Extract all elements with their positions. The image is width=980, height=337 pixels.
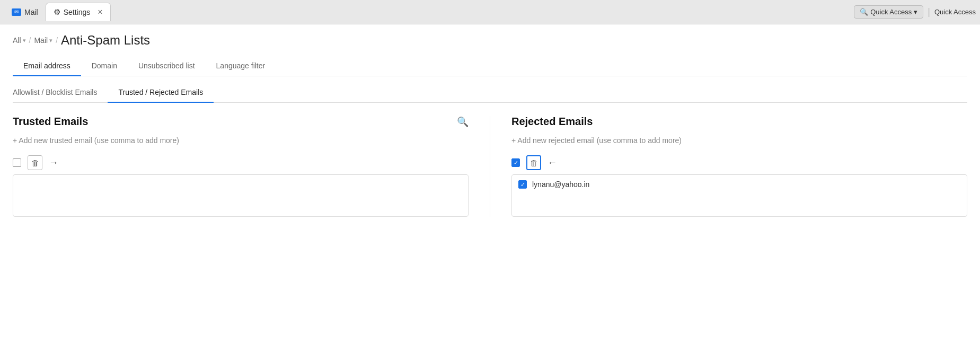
mail-icon	[12, 8, 21, 16]
tab-allowlist-blocklist[interactable]: Allowlist / Blocklist Emails	[13, 83, 108, 103]
trusted-add-new-label: + Add new trusted email (use comma to ad…	[13, 136, 179, 145]
trusted-emails-list	[13, 174, 469, 217]
settings-gear-icon: ⚙	[54, 7, 60, 17]
list-item: ✓ lynanu@yahoo.in	[512, 175, 967, 194]
quick-access-btn-label: Quick Access	[870, 8, 912, 16]
trusted-panel-header: Trusted Emails 🔍	[13, 116, 469, 128]
chevron-down-icon: ▾	[914, 8, 917, 16]
breadcrumb-current: Anti-Spam Lists	[61, 33, 150, 48]
tab-settings-label: Settings	[64, 8, 91, 16]
rejected-add-new[interactable]: + Add new rejected email (use comma to a…	[511, 136, 967, 145]
main-content: All ▾ / Mail ▾ / Anti-Spam Lists Email a…	[0, 24, 980, 337]
breadcrumb-sep2: /	[56, 36, 58, 45]
search-icon: 🔍	[860, 8, 868, 16]
rejected-emails-title: Rejected Emails	[511, 116, 593, 128]
tab-mail[interactable]: Mail	[4, 4, 46, 21]
trusted-emails-title: Trusted Emails	[13, 116, 88, 128]
breadcrumb-mail-chevron: ▾	[49, 37, 52, 44]
rejected-trash-icon: 🗑	[530, 158, 538, 167]
tab-trusted-rejected[interactable]: Trusted / Rejected Emails	[108, 83, 214, 103]
breadcrumb-all[interactable]: All ▾	[13, 36, 26, 45]
rejected-arrow-button[interactable]: ←	[548, 157, 557, 169]
rejected-emails-panel: Rejected Emails + Add new rejected email…	[490, 116, 967, 217]
rejected-panel-header: Rejected Emails	[511, 116, 967, 128]
trusted-add-new[interactable]: + Add new trusted email (use comma to ad…	[13, 136, 469, 145]
tab-email-address[interactable]: Email address	[13, 56, 81, 76]
trusted-select-all-checkbox[interactable]	[13, 158, 21, 167]
rejected-select-all-checkbox[interactable]: ✓	[511, 158, 520, 167]
breadcrumb-all-label: All	[13, 36, 21, 45]
tab-mail-label: Mail	[24, 8, 38, 16]
tab-unsubscribed-list[interactable]: Unsubscribed list	[128, 56, 206, 76]
primary-tabs: Email address Domain Unsubscribed list L…	[13, 56, 967, 76]
rejected-emails-list: ✓ lynanu@yahoo.in	[511, 174, 967, 217]
rejected-add-new-label: + Add new rejected email (use comma to a…	[511, 136, 682, 145]
breadcrumb-all-chevron: ▾	[23, 37, 26, 44]
quick-access-button[interactable]: 🔍 Quick Access ▾	[854, 5, 923, 19]
trusted-trash-icon: 🗑	[31, 158, 39, 167]
tab-bar: Mail ⚙ Settings × 🔍 Quick Access ▾ | Qui…	[0, 0, 980, 24]
trusted-emails-panel: Trusted Emails 🔍 + Add new trusted email…	[13, 116, 490, 217]
rejected-email-value: lynanu@yahoo.in	[532, 180, 960, 189]
tab-domain[interactable]: Domain	[81, 56, 128, 76]
breadcrumb-sep1: /	[29, 36, 31, 45]
trusted-toolbar: 🗑 →	[13, 155, 469, 170]
rejected-toolbar: ✓ 🗑 ←	[511, 155, 967, 170]
trusted-arrow-button[interactable]: →	[49, 157, 58, 169]
tab-language-filter[interactable]: Language filter	[206, 56, 276, 76]
rejected-item-checkbox[interactable]: ✓	[518, 180, 527, 189]
tab-settings-close[interactable]: ×	[98, 7, 102, 17]
trusted-search-icon[interactable]: 🔍	[457, 116, 469, 128]
breadcrumb: All ▾ / Mail ▾ / Anti-Spam Lists	[13, 33, 967, 48]
secondary-tabs: Allowlist / Blocklist Emails Trusted / R…	[13, 83, 967, 103]
panels: Trusted Emails 🔍 + Add new trusted email…	[13, 116, 967, 217]
tab-bar-left: Mail ⚙ Settings ×	[4, 3, 111, 21]
tab-settings[interactable]: ⚙ Settings ×	[46, 3, 111, 21]
breadcrumb-mail[interactable]: Mail ▾	[34, 36, 52, 45]
quick-access-plain-label[interactable]: Quick Access	[934, 8, 976, 16]
tab-bar-right: 🔍 Quick Access ▾ | Quick Access	[854, 5, 976, 19]
rejected-delete-button[interactable]: 🗑	[526, 155, 541, 170]
breadcrumb-mail-label: Mail	[34, 36, 48, 45]
trusted-delete-button[interactable]: 🗑	[28, 155, 42, 170]
tab-separator: |	[928, 6, 930, 17]
